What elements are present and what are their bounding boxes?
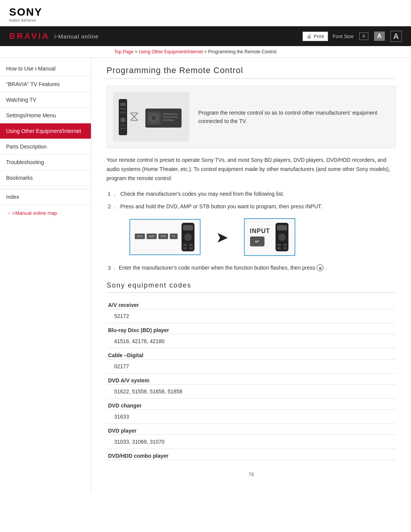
step-2-left-image: DVD AMP STB TV — [129, 219, 201, 255]
table-row: 52172 — [107, 309, 396, 323]
input-icon: ↵ — [250, 236, 264, 246]
sidebar-item-watching-tv[interactable]: Watching TV — [0, 92, 91, 108]
imanual-map-link[interactable]: → i-Manual online map — [0, 205, 91, 221]
svg-rect-19 — [189, 244, 193, 246]
equipment-codes-0: 52172 — [108, 313, 129, 319]
amp-button-label: AMP — [147, 233, 157, 239]
step-3-text: Enter the manufacturer's code number whe… — [119, 264, 315, 272]
table-row: Cable –Digital — [107, 348, 396, 359]
top-bar: BRAVIA i-Manual online 🖨 Print Font Size… — [0, 26, 411, 46]
svg-point-10 — [152, 116, 156, 120]
font-size-medium-button[interactable]: A — [374, 32, 385, 41]
main-content: Programming the Remote Control — [91, 58, 411, 492]
svg-rect-16 — [183, 225, 193, 230]
sidebar-item-bookmarks[interactable]: Bookmarks — [0, 170, 91, 186]
svg-rect-20 — [183, 247, 187, 249]
arrow-right-icon: → — [6, 210, 11, 216]
breadcrumb-using-other[interactable]: Using Other Equipment/Internet — [139, 49, 203, 54]
svg-rect-26 — [283, 244, 287, 246]
table-row: A/V receiver — [107, 298, 396, 309]
svg-rect-13 — [162, 119, 174, 121]
equipment-codes-1: 41516, 42178, 42180 — [108, 338, 164, 344]
step-3-num: ３． — [107, 264, 117, 272]
table-row: 31033, 31069, 31070 — [107, 435, 396, 449]
breadcrumb-sep2: > — [204, 49, 208, 54]
equipment-name-3: DVD A/V system — [108, 377, 149, 383]
step-2-images: DVD AMP STB TV ➤ — [129, 218, 396, 256]
intro-image: ⧖ — [113, 92, 189, 142]
svg-rect-12 — [162, 116, 178, 118]
remote-buttons-group: DVD AMP STB TV — [135, 233, 178, 241]
bravia-logo: BRAVIA i-Manual online — [9, 31, 99, 41]
svg-point-17 — [184, 233, 192, 241]
top-bar-controls: 🖨 Print Font Size A A A — [303, 31, 402, 42]
sidebar-item-parts[interactable]: Parts Description — [0, 139, 91, 155]
sidebar-item-index[interactable]: Index — [0, 189, 91, 205]
input-arrow-icon: ↵ — [255, 238, 260, 244]
equipment-name-4: DVD changer — [108, 403, 142, 409]
remote-illustration: ⧖ — [115, 93, 187, 141]
remote-small-icon — [181, 223, 195, 251]
svg-rect-23 — [277, 225, 287, 230]
sidebar-item-troubleshooting[interactable]: Troubleshooting — [0, 155, 91, 170]
step-arrow-icon: ➤ — [216, 228, 229, 246]
sidebar: How to Use i-Manual "BRAVIA" TV Features… — [0, 58, 91, 492]
intro-text: Program the remote control so as to cont… — [198, 92, 389, 142]
circle-button-icon: ⊕ — [317, 264, 323, 271]
equipment-name-5: DVD player — [108, 428, 137, 434]
svg-rect-1 — [120, 103, 126, 106]
table-row: 41516, 42178, 42180 — [107, 334, 396, 348]
equipment-codes-3: 51622, 51558, 51658, 51858 — [108, 388, 182, 395]
sony-logo: SONY make.believe — [9, 6, 42, 22]
svg-rect-11 — [162, 113, 178, 115]
equipment-name-1: Blu-ray Disc (BD) player — [108, 327, 169, 333]
svg-point-24 — [278, 233, 286, 241]
svg-rect-18 — [183, 244, 187, 246]
step-2-right-image: INPUT ↵ — [244, 218, 295, 256]
table-row: DVD/HDD combo player — [107, 449, 396, 460]
font-size-small-button[interactable]: A — [359, 32, 368, 40]
table-row: 51622, 51558, 51658, 51858 — [107, 384, 396, 398]
page-title: Programming the Remote Control — [107, 66, 396, 79]
svg-rect-6 — [120, 128, 126, 129]
sony-wordmark: SONY — [9, 6, 42, 18]
breadcrumb-top-page[interactable]: Top Page — [114, 49, 134, 54]
intro-section: ⧖ Program the remote control so as to co… — [107, 86, 396, 148]
stb-button-label: STB — [158, 233, 168, 239]
print-button[interactable]: 🖨 Print — [303, 32, 328, 41]
step-2-num: ２． — [107, 202, 117, 211]
dvd-button-label: DVD — [135, 233, 145, 239]
svg-rect-28 — [283, 247, 287, 249]
sidebar-item-using-other[interactable]: Using Other Equipment/Internet — [0, 123, 91, 139]
step-3: ３． Enter the manufacturer's code number … — [107, 264, 396, 272]
equipment-name-0: A/V receiver — [108, 302, 139, 308]
step-1-num: １． — [107, 190, 117, 198]
table-row: DVD player — [107, 423, 396, 435]
table-row: Blu-ray Disc (BD) player — [107, 323, 396, 334]
equipment-codes-5: 31033, 31069, 31070 — [108, 439, 164, 445]
sony-tagline: make.believe — [9, 18, 36, 22]
font-size-label: Font Size — [333, 34, 354, 39]
page-number: 78 — [107, 471, 396, 477]
step-1-text: Check the manufacturer's codes you may n… — [120, 190, 284, 198]
font-size-large-button[interactable]: A — [390, 31, 402, 42]
header: SONY make.believe — [0, 0, 411, 26]
breadcrumb-current: Programming the Remote Control — [208, 49, 276, 54]
svg-rect-3 — [120, 112, 126, 113]
section-title: Sony equipment codes — [107, 281, 396, 293]
print-icon: 🖨 — [307, 34, 312, 39]
breadcrumb: Top Page > Using Other Equipment/Interne… — [0, 46, 411, 58]
equipment-name-6: DVD/HDD combo player — [108, 453, 169, 459]
sidebar-item-bravia-tv[interactable]: "BRAVIA" TV Features — [0, 77, 91, 92]
svg-rect-5 — [120, 125, 126, 126]
breadcrumb-sep1: > — [135, 49, 139, 54]
remote-small-icon-2 — [275, 223, 289, 251]
bravia-wordmark: BRAVIA — [9, 31, 50, 41]
table-row: 31633 — [107, 409, 396, 423]
table-row: 02177 — [107, 359, 396, 373]
svg-rect-2 — [120, 108, 126, 110]
svg-rect-27 — [277, 247, 281, 249]
sidebar-item-how-to-use[interactable]: How to Use i-Manual — [0, 61, 91, 77]
input-label-group: INPUT ↵ — [250, 228, 270, 246]
sidebar-item-settings[interactable]: Settings/Home Menu — [0, 108, 91, 123]
